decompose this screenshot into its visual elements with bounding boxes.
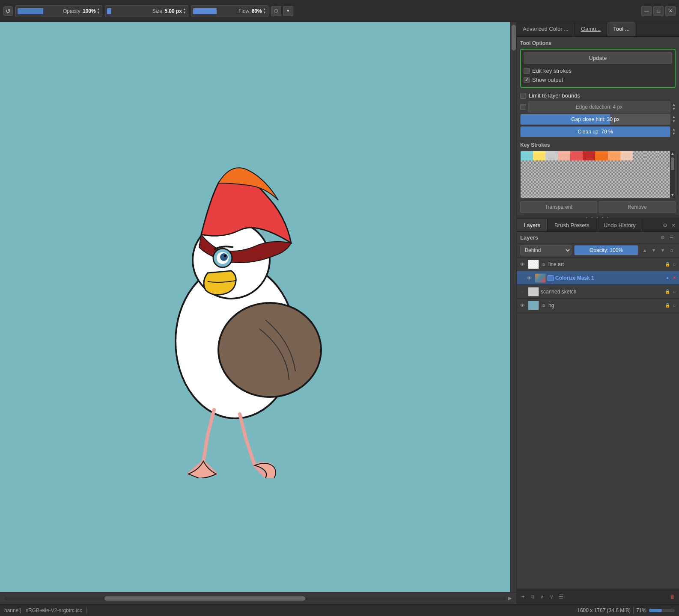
layer-alpha-line-art[interactable]: α (671, 261, 677, 267)
layers-filter-icon[interactable]: ☰ (668, 234, 676, 241)
show-output-row[interactable]: Show output (524, 75, 672, 84)
layer-opacity-up[interactable]: ▲ (641, 246, 649, 254)
layer-row-sketch[interactable]: ○ scanned sketch 🔒 α (517, 285, 679, 299)
tab-brush-presets[interactable]: Brush Presets (548, 219, 597, 231)
layers-tab-close-icon[interactable]: ✕ (670, 222, 677, 229)
layer-copy-icon[interactable]: ⧉ (529, 593, 536, 601)
canvas-vscroll-thumb[interactable] (512, 25, 516, 50)
color-cell-3[interactable] (545, 151, 558, 160)
refresh-button[interactable]: ↺ (3, 6, 13, 16)
layer-row-bg[interactable]: 👁 S bg 🔒 α (517, 299, 679, 312)
color-cell-10[interactable] (633, 151, 645, 160)
opacity-bar-layers[interactable]: Opacity: 100% (574, 245, 638, 255)
layer-move-up-icon[interactable]: ∧ (538, 593, 546, 601)
color-cell-2[interactable] (533, 151, 545, 160)
layer-lock-line-art[interactable]: 🔒 (664, 261, 670, 267)
layer-row-line-art[interactable]: 👁 S line art 🔒 α (517, 258, 679, 271)
gap-close-slider[interactable]: Gap close hint: 30 px (520, 114, 670, 125)
color-cell-12[interactable] (658, 151, 670, 160)
flow-down-icon[interactable]: ▼ (263, 11, 266, 15)
layer-visibility-bg[interactable]: 👁 (518, 302, 526, 309)
tab-layers[interactable]: Layers (517, 219, 548, 231)
canvas-hscroll-thumb[interactable] (104, 596, 306, 601)
edge-detection-down-icon[interactable]: ▼ (672, 107, 676, 111)
flow-field[interactable]: Flow: 60% ▲ ▼ (191, 5, 268, 17)
layer-lock-colorize[interactable]: ● (664, 275, 670, 281)
tab-gamu[interactable]: Gamu... (575, 22, 607, 36)
layer-alpha-colorize[interactable]: ✕ (671, 275, 677, 281)
maximize-icon[interactable]: □ (653, 6, 664, 16)
scroll-right-arrow[interactable]: ▶ (507, 595, 513, 601)
gap-close-down-icon[interactable]: ▼ (672, 119, 676, 124)
update-button[interactable]: Update (524, 52, 672, 64)
color-cell-5[interactable] (570, 151, 583, 160)
color-cell-7[interactable] (595, 151, 608, 160)
limit-layer-row[interactable]: Limit to layer bounds (520, 91, 676, 100)
edge-detection-up-icon[interactable]: ▲ (672, 103, 676, 107)
layers-tab-settings-icon[interactable]: ⚙ (661, 222, 669, 229)
gap-close-arrows[interactable]: ▲ ▼ (672, 115, 676, 123)
layer-visibility-sketch[interactable]: ○ (518, 288, 526, 296)
minimize-icon[interactable]: — (641, 6, 652, 16)
color-grid-scroll-thumb[interactable] (671, 157, 674, 170)
tab-tool[interactable]: Tool ... (607, 22, 636, 36)
opacity-down-icon[interactable]: ▼ (97, 11, 100, 15)
size-arrows[interactable]: ▲ ▼ (183, 8, 186, 15)
opacity-arrows[interactable]: ▲ ▼ (97, 8, 100, 15)
layer-alpha-sketch[interactable]: α (671, 289, 677, 295)
color-cell-9[interactable] (620, 151, 633, 160)
panel-divider[interactable]: • • • • • (517, 216, 679, 219)
blend-mode-select[interactable]: Behind (520, 245, 572, 255)
canvas-vertical-scrollbar[interactable] (510, 22, 516, 592)
flow-arrows[interactable]: ▲ ▼ (263, 8, 266, 15)
canvas-horizontal-scrollbar[interactable] (3, 596, 507, 601)
edit-key-strokes-row[interactable]: Edit key strokes (524, 66, 672, 75)
size-field[interactable]: Size: 5.00 px ▲ ▼ (105, 5, 188, 17)
gap-close-up-icon[interactable]: ▲ (672, 115, 676, 119)
show-output-checkbox[interactable] (524, 77, 530, 83)
color-grid-scrollbar[interactable]: ▲ ▼ (670, 151, 675, 198)
layers-settings-icon[interactable]: ⚙ (659, 234, 667, 241)
color-grid-scroll-down[interactable]: ▼ (670, 192, 675, 197)
color-cell-8[interactable] (608, 151, 620, 160)
key-strokes-grid[interactable]: ▲ ▼ (520, 151, 676, 198)
layer-alpha-lock-icon[interactable]: α (668, 246, 676, 254)
clean-up-arrows[interactable]: ▲ ▼ (672, 127, 676, 136)
opacity-field[interactable]: Opacity: 100% ▲ ▼ (15, 5, 102, 17)
brush-preset-icon[interactable]: ⬡ (271, 6, 281, 16)
layer-lock-bg[interactable]: 🔒 (664, 302, 670, 308)
close-icon[interactable]: ✕ (665, 6, 676, 16)
transparent-button[interactable]: Transparent (520, 201, 597, 213)
layer-opacity-down[interactable]: ▼ (650, 246, 658, 254)
edge-detection-checkbox[interactable] (520, 104, 526, 110)
size-down-icon[interactable]: ▼ (183, 11, 186, 15)
zoom-bar[interactable] (649, 609, 675, 612)
clean-up-down-icon[interactable]: ▼ (672, 132, 676, 136)
layer-delete-icon[interactable]: 🗑 (669, 593, 676, 601)
layer-lock-sketch[interactable]: 🔒 (664, 289, 670, 295)
color-cell-4[interactable] (558, 151, 570, 160)
tab-advanced-color[interactable]: Advanced Color ... (517, 22, 575, 36)
layer-row-colorize-mask[interactable]: 👁 Colorize Mask 1 ● ✕ (517, 271, 679, 285)
layer-visibility-colorize[interactable]: 👁 (525, 274, 533, 282)
layer-filter-icon[interactable]: ▼ (659, 246, 667, 254)
canvas[interactable] (0, 22, 510, 592)
tab-undo-history[interactable]: Undo History (597, 219, 643, 231)
paint-mode-icon[interactable]: ▾ (283, 6, 293, 16)
remove-button[interactable]: Remove (599, 201, 676, 213)
layer-add-icon[interactable]: + (519, 593, 527, 601)
color-cell-6[interactable] (583, 151, 595, 160)
layer-alpha-bg[interactable]: α (671, 302, 677, 308)
clean-up-up-icon[interactable]: ▲ (672, 127, 676, 132)
layer-menu-icon[interactable]: ☰ (557, 593, 565, 601)
color-cell-11[interactable] (645, 151, 658, 160)
limit-layer-checkbox[interactable] (520, 93, 526, 99)
edge-detection-slider[interactable]: Edge detection: 4 px (528, 101, 670, 113)
color-grid-scroll-up[interactable]: ▲ (670, 151, 675, 156)
edit-key-strokes-checkbox[interactable] (524, 68, 530, 74)
layer-visibility-line-art[interactable]: 👁 (518, 261, 526, 268)
clean-up-slider[interactable]: Clean up: 70 % (520, 126, 670, 137)
layer-move-down-icon[interactable]: ∨ (548, 593, 555, 601)
color-cell-1[interactable] (521, 151, 533, 160)
edge-detection-arrows[interactable]: ▲ ▼ (672, 103, 676, 111)
